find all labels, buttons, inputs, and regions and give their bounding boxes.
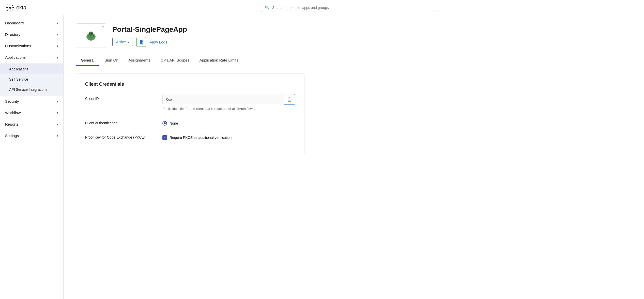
logo-area: okta: [6, 4, 62, 12]
app-actions: Active ▾ 👤 View Logs: [112, 37, 187, 47]
tab-okta-api-scopes[interactable]: Okta API Scopes: [155, 55, 194, 66]
okta-logo-icon: [6, 4, 14, 12]
sidebar-subitem-applications[interactable]: Applications: [0, 64, 63, 74]
active-dropdown-arrow-icon: ▾: [128, 41, 129, 43]
layout: Dashboard ▾ Directory ▾ Customizations ▾…: [0, 15, 644, 299]
app-info: Portal-SinglePageApp Active ▾ 👤 View Log…: [112, 23, 187, 47]
pkce-value: ✓ Require PKCE as additional verificatio…: [162, 133, 295, 140]
pkce-row: Proof Key for Code Exchange (PKCE) ✓ Req…: [85, 133, 295, 140]
svg-line-8: [7, 9, 8, 10]
main-content: ✏: [64, 15, 644, 299]
radio-inner: [164, 122, 166, 124]
sidebar-label-workflow: Workflow: [5, 111, 21, 115]
app-title: Portal-SinglePageApp: [112, 25, 187, 34]
sidebar-item-dashboard[interactable]: Dashboard ▾: [0, 17, 63, 29]
app-header: ✏: [76, 23, 632, 48]
tab-app-rate-limits[interactable]: Application Rate Limits: [194, 55, 243, 66]
svg-point-18: [90, 38, 92, 41]
view-logs-link[interactable]: View Logs: [150, 40, 167, 44]
client-auth-value: None: [162, 118, 295, 126]
sidebar-item-reports[interactable]: Reports ▾: [0, 118, 63, 130]
tab-assignments[interactable]: Assignments: [124, 55, 156, 66]
client-auth-label: Client authentication: [85, 118, 156, 125]
edit-pencil-icon[interactable]: ✏: [102, 25, 104, 29]
search-bar: 🔍: [261, 3, 439, 12]
chevron-down-icon: ▾: [57, 134, 58, 138]
client-id-label: Client ID: [85, 94, 156, 101]
search-input-wrapper: 🔍: [261, 3, 439, 12]
active-status-button[interactable]: Active ▾: [112, 38, 133, 46]
sidebar-item-applications[interactable]: Applications ▴: [0, 52, 63, 63]
sidebar-subitem-self-service[interactable]: Self Service: [0, 74, 63, 84]
svg-line-5: [7, 5, 8, 5]
chevron-down-icon: ▾: [57, 100, 58, 103]
check-icon: ✓: [163, 136, 166, 139]
sidebar: Dashboard ▾ Directory ▾ Customizations ▾…: [0, 15, 64, 299]
client-id-wrapper: 📋: [162, 94, 295, 105]
active-status-label: Active: [116, 40, 126, 44]
sidebar-label-reports: Reports: [5, 122, 19, 126]
sidebar-item-customizations[interactable]: Customizations ▾: [0, 40, 63, 52]
client-auth-row: Client authentication None: [85, 118, 295, 126]
chevron-down-icon: ▾: [57, 111, 58, 115]
pkce-checkbox-option[interactable]: ✓ Require PKCE as additional verificatio…: [162, 133, 295, 140]
svg-line-7: [12, 5, 13, 5]
search-icon: 🔍: [265, 5, 270, 10]
chevron-down-icon: ▾: [57, 21, 58, 25]
sidebar-label-settings: Settings: [5, 133, 19, 138]
checkbox-checked-icon: ✓: [162, 135, 167, 140]
pkce-require-label: Require PKCE as additional verification: [170, 136, 232, 140]
client-id-row: Client ID 📋 Public identifier for the cl…: [85, 94, 295, 111]
top-header: okta 🔍: [0, 0, 644, 15]
sidebar-item-directory[interactable]: Directory ▾: [0, 29, 63, 40]
radio-selected-icon: [162, 121, 167, 126]
sidebar-label-dashboard: Dashboard: [5, 21, 24, 25]
svg-point-12: [89, 33, 90, 34]
svg-point-13: [91, 33, 93, 34]
client-auth-none-label: None: [170, 121, 178, 125]
credentials-title: Client Credentials: [85, 82, 295, 87]
sidebar-item-settings[interactable]: Settings ▾: [0, 130, 63, 141]
sidebar-label-directory: Directory: [5, 32, 20, 37]
person-badge-icon: 👤: [139, 40, 144, 44]
svg-point-0: [9, 7, 11, 9]
app-logo-box: ✏: [76, 23, 106, 48]
sidebar-label-security: Security: [5, 99, 19, 103]
sidebar-item-workflow[interactable]: Workflow ▾: [0, 107, 63, 118]
chevron-up-icon: ▴: [57, 56, 58, 59]
client-id-hint: Public identifier for the client that is…: [162, 106, 295, 111]
sidebar-subitem-api-service-integrations[interactable]: API Service Integrations: [0, 84, 63, 95]
chevron-down-icon: ▾: [57, 33, 58, 36]
search-input[interactable]: [272, 6, 435, 10]
chevron-down-icon: ▾: [57, 44, 58, 48]
credentials-card: Client Credentials Client ID 📋 Public id…: [76, 73, 304, 155]
tabs-bar: General Sign On Assignments Okta API Sco…: [76, 55, 632, 66]
client-id-input[interactable]: [162, 95, 284, 104]
svg-line-6: [12, 9, 13, 10]
sidebar-label-customizations: Customizations: [5, 44, 31, 48]
sidebar-label-applications: Applications: [5, 55, 26, 59]
client-auth-radio-option[interactable]: None: [162, 118, 295, 126]
copy-client-id-button[interactable]: 📋: [284, 94, 295, 105]
tab-sign-on[interactable]: Sign On: [99, 55, 123, 66]
client-id-value: 📋 Public identifier for the client that …: [162, 94, 295, 111]
tab-general[interactable]: General: [76, 55, 99, 66]
user-badge-button[interactable]: 👤: [136, 37, 146, 47]
logo-text: okta: [16, 4, 26, 11]
sidebar-sub-applications: Applications Self Service API Service In…: [0, 63, 63, 96]
chevron-down-icon: ▾: [57, 123, 58, 126]
sidebar-item-security[interactable]: Security ▾: [0, 96, 63, 107]
copy-icon: 📋: [287, 97, 292, 102]
pkce-label: Proof Key for Code Exchange (PKCE): [85, 133, 156, 139]
app-mascot-icon: [83, 27, 99, 44]
